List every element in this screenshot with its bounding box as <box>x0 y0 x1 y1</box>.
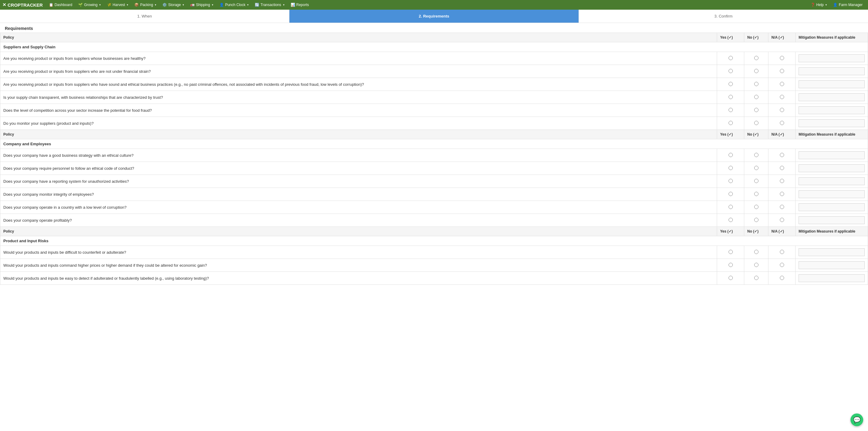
product-row-2-no[interactable] <box>744 272 768 285</box>
suppliers-row-2-na-radio[interactable] <box>780 82 784 86</box>
company-row-0-na[interactable] <box>768 149 796 162</box>
company-row-3-na[interactable] <box>768 188 796 201</box>
company-row-0-na-radio[interactable] <box>780 153 784 157</box>
company-row-1-yes-radio[interactable] <box>728 166 733 170</box>
suppliers-row-0-mitigation-cell[interactable] <box>796 52 868 65</box>
nav-growing[interactable]: 🌱 Growing ▾ <box>75 0 104 10</box>
product-row-0-yes-radio[interactable] <box>728 250 733 254</box>
company-row-5-na-radio[interactable] <box>780 218 784 222</box>
suppliers-row-5-mitigation-input[interactable] <box>799 119 865 127</box>
company-row-4-na[interactable] <box>768 201 796 214</box>
product-row-2-mitigation-cell[interactable] <box>796 272 868 285</box>
company-row-1-na-radio[interactable] <box>780 166 784 170</box>
company-row-2-no-radio[interactable] <box>754 179 758 183</box>
company-row-2-no[interactable] <box>744 175 768 188</box>
company-row-4-na-radio[interactable] <box>780 205 784 209</box>
step-confirm[interactable]: 3. Confirm <box>579 10 868 23</box>
company-row-3-mitigation-cell[interactable] <box>796 188 868 201</box>
nav-reports[interactable]: 📊 Reports <box>288 0 312 10</box>
product-row-1-no-radio[interactable] <box>754 263 758 267</box>
company-row-0-mitigation-cell[interactable] <box>796 149 868 162</box>
suppliers-row-0-na-radio[interactable] <box>780 56 784 60</box>
suppliers-row-0-na[interactable] <box>768 52 796 65</box>
company-row-0-mitigation-input[interactable] <box>799 151 865 159</box>
company-row-3-yes-radio[interactable] <box>728 192 733 196</box>
company-row-3-no-radio[interactable] <box>754 192 758 196</box>
nav-farm-manager[interactable]: 👤 Farm Manager <box>830 3 866 7</box>
company-row-1-mitigation-input[interactable] <box>799 164 865 172</box>
company-row-0-no[interactable] <box>744 149 768 162</box>
suppliers-row-3-na[interactable] <box>768 91 796 104</box>
company-row-2-yes-radio[interactable] <box>728 179 733 183</box>
product-row-2-na[interactable] <box>768 272 796 285</box>
suppliers-row-0-no-radio[interactable] <box>754 56 758 60</box>
company-row-0-yes[interactable] <box>717 149 744 162</box>
company-row-0-no-radio[interactable] <box>754 153 758 157</box>
company-row-5-yes-radio[interactable] <box>728 218 733 222</box>
nav-help[interactable]: ❓ Help ▾ <box>808 3 830 7</box>
suppliers-row-3-no[interactable] <box>744 91 768 104</box>
suppliers-row-4-na[interactable] <box>768 104 796 117</box>
product-row-2-mitigation-input[interactable] <box>799 274 865 282</box>
product-row-1-mitigation-cell[interactable] <box>796 259 868 272</box>
step-when[interactable]: 1. When <box>0 10 289 23</box>
product-row-0-na-radio[interactable] <box>780 250 784 254</box>
product-row-0-mitigation-input[interactable] <box>799 248 865 256</box>
suppliers-row-2-mitigation-cell[interactable] <box>796 78 868 91</box>
nav-transactions[interactable]: 🔄 Transactions ▾ <box>252 0 287 10</box>
product-row-2-yes-radio[interactable] <box>728 276 733 280</box>
suppliers-row-4-yes[interactable] <box>717 104 744 117</box>
company-row-5-yes[interactable] <box>717 214 744 227</box>
company-row-3-na-radio[interactable] <box>780 192 784 196</box>
product-row-2-na-radio[interactable] <box>780 276 784 280</box>
suppliers-row-1-mitigation-input[interactable] <box>799 67 865 75</box>
company-row-5-na[interactable] <box>768 214 796 227</box>
product-row-0-na[interactable] <box>768 246 796 259</box>
product-row-0-no[interactable] <box>744 246 768 259</box>
suppliers-row-4-no[interactable] <box>744 104 768 117</box>
company-row-1-no[interactable] <box>744 162 768 175</box>
suppliers-row-3-na-radio[interactable] <box>780 95 784 99</box>
company-row-5-mitigation-cell[interactable] <box>796 214 868 227</box>
suppliers-row-4-no-radio[interactable] <box>754 108 758 112</box>
suppliers-row-2-yes[interactable] <box>717 78 744 91</box>
company-row-5-mitigation-input[interactable] <box>799 216 865 224</box>
nav-punch-clock[interactable]: 👤 Punch Clock ▾ <box>216 0 252 10</box>
suppliers-row-5-no-radio[interactable] <box>754 121 758 125</box>
suppliers-row-1-yes[interactable] <box>717 65 744 78</box>
suppliers-row-5-na-radio[interactable] <box>780 121 784 125</box>
suppliers-row-3-no-radio[interactable] <box>754 95 758 99</box>
suppliers-row-4-na-radio[interactable] <box>780 108 784 112</box>
suppliers-row-2-yes-radio[interactable] <box>728 82 733 86</box>
suppliers-row-2-no-radio[interactable] <box>754 82 758 86</box>
suppliers-row-3-yes-radio[interactable] <box>728 95 733 99</box>
suppliers-row-0-no[interactable] <box>744 52 768 65</box>
suppliers-row-1-no[interactable] <box>744 65 768 78</box>
product-row-2-no-radio[interactable] <box>754 276 758 280</box>
company-row-2-na[interactable] <box>768 175 796 188</box>
nav-storage[interactable]: ⚙️ Storage ▾ <box>159 0 187 10</box>
step-requirements[interactable]: 2. Requirements <box>289 10 579 23</box>
suppliers-row-2-mitigation-input[interactable] <box>799 80 865 88</box>
company-row-4-yes[interactable] <box>717 201 744 214</box>
company-row-4-no-radio[interactable] <box>754 205 758 209</box>
product-row-1-no[interactable] <box>744 259 768 272</box>
company-row-5-no[interactable] <box>744 214 768 227</box>
nav-shipping[interactable]: 🚛 Shipping ▾ <box>187 0 216 10</box>
company-row-4-mitigation-cell[interactable] <box>796 201 868 214</box>
product-row-1-mitigation-input[interactable] <box>799 261 865 269</box>
company-row-4-yes-radio[interactable] <box>728 205 733 209</box>
suppliers-row-0-mitigation-input[interactable] <box>799 54 865 62</box>
product-row-0-mitigation-cell[interactable] <box>796 246 868 259</box>
product-row-1-yes[interactable] <box>717 259 744 272</box>
nav-logo[interactable]: ✕ CROPTRACKER <box>2 2 43 7</box>
suppliers-row-3-mitigation-cell[interactable] <box>796 91 868 104</box>
company-row-1-no-radio[interactable] <box>754 166 758 170</box>
product-row-1-yes-radio[interactable] <box>728 263 733 267</box>
suppliers-row-3-yes[interactable] <box>717 91 744 104</box>
company-row-4-no[interactable] <box>744 201 768 214</box>
company-row-3-yes[interactable] <box>717 188 744 201</box>
suppliers-row-1-no-radio[interactable] <box>754 69 758 73</box>
nav-packing[interactable]: 📦 Packing ▾ <box>131 0 159 10</box>
suppliers-row-0-yes[interactable] <box>717 52 744 65</box>
